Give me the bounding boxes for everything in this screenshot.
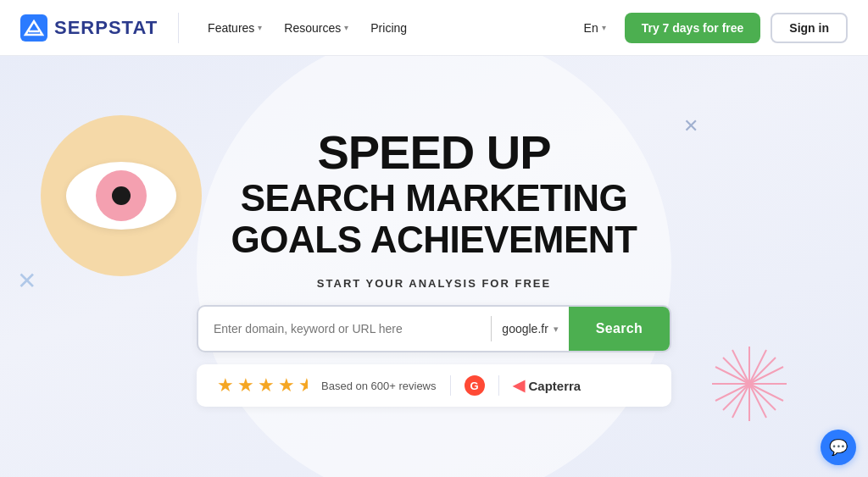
- eye-pupil: [112, 186, 131, 205]
- eye-illustration: [41, 115, 202, 276]
- hero-title-speed: SPEED UP: [317, 126, 550, 179]
- navbar: SERPSTAT Features ▾ Resources ▾ Pricing …: [0, 0, 868, 56]
- logo-text: SERPSTAT: [54, 17, 158, 39]
- capterra-logo: ◀ Capterra: [513, 376, 581, 395]
- hero-content: SPEED UP SEARCH MARKETING GOALS ACHIEVEM…: [197, 126, 671, 407]
- navbar-divider: [178, 13, 179, 43]
- eye-white: [66, 162, 176, 230]
- search-divider: [491, 316, 492, 341]
- hero-title-main2: GOALS ACHIEVEMENT: [231, 219, 637, 260]
- star-rating: ★ ★ ★ ★ ★: [217, 374, 308, 397]
- star-3: ★: [258, 374, 275, 397]
- search-button[interactable]: Search: [569, 305, 670, 352]
- hero-subtitle: START YOUR ANALYSIS FOR FREE: [317, 277, 551, 290]
- chevron-down-icon: ▾: [602, 23, 606, 32]
- reviews-text: Based on 600+ reviews: [321, 380, 437, 392]
- search-bar: google.fr ▾ Search: [197, 305, 671, 352]
- star-2: ★: [237, 374, 254, 397]
- eye-iris: [96, 170, 147, 221]
- search-input[interactable]: [214, 322, 481, 336]
- nav-pricing[interactable]: Pricing: [362, 16, 415, 40]
- star-half: ★: [298, 374, 308, 397]
- chevron-down-icon: ▾: [554, 324, 559, 335]
- logo-icon: [20, 14, 47, 42]
- chevron-down-icon: ▾: [344, 23, 348, 32]
- svg-rect-0: [20, 14, 47, 42]
- nav-features[interactable]: Features ▾: [199, 16, 270, 40]
- eye-background: [41, 115, 202, 276]
- star-1: ★: [217, 374, 234, 397]
- hero-section: ✕ ✕ SPEED UP SEARCH MARKETING GOALS ACHI…: [0, 56, 868, 477]
- g2-logo: G: [465, 375, 485, 396]
- chat-bubble-button[interactable]: 💬: [821, 430, 856, 465]
- logo[interactable]: SERPSTAT: [20, 14, 158, 42]
- reviews-bar: ★ ★ ★ ★ ★ Based on 600+ reviews G ◀ Capt…: [197, 364, 671, 407]
- star-4: ★: [278, 374, 295, 397]
- reviews-divider: [450, 375, 451, 396]
- try-free-button[interactable]: Try 7 days for free: [625, 13, 761, 43]
- capterra-icon: ◀: [513, 376, 525, 395]
- chevron-down-icon: ▾: [258, 23, 262, 32]
- signin-button[interactable]: Sign in: [771, 13, 848, 43]
- decoration-x-top: ✕: [683, 115, 698, 137]
- g2-icon: G: [465, 375, 485, 396]
- language-selector[interactable]: En ▾: [576, 16, 615, 40]
- nav-resources[interactable]: Resources ▾: [275, 16, 357, 40]
- reviews-divider-2: [498, 375, 499, 396]
- starburst-decoration: [707, 341, 792, 426]
- navbar-right: En ▾ Try 7 days for free Sign in: [576, 13, 848, 43]
- search-domain-selector[interactable]: google.fr ▾: [502, 322, 568, 336]
- hero-title-main1: SEARCH MARKETING: [241, 178, 627, 219]
- decoration-x-left: ✕: [17, 267, 36, 295]
- navbar-nav: Features ▾ Resources ▾ Pricing: [199, 16, 575, 40]
- chat-icon: 💬: [829, 438, 848, 457]
